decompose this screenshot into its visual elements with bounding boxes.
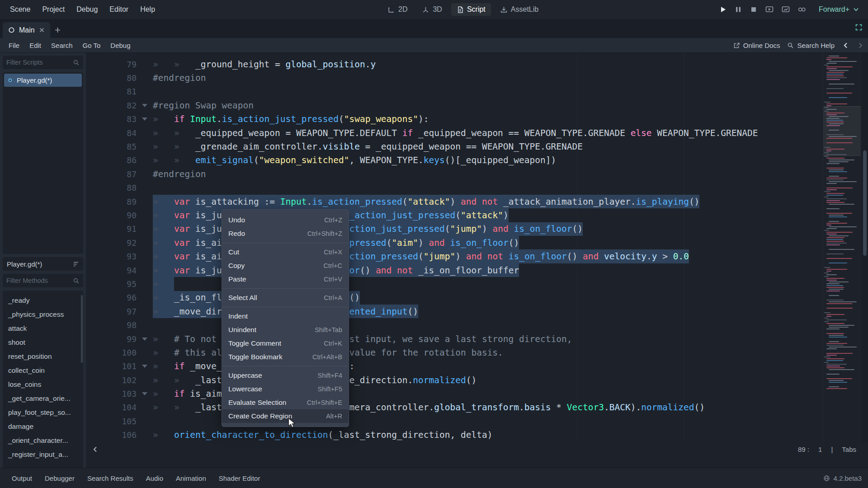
- indent-mode[interactable]: Tabs: [842, 446, 856, 453]
- fold-chevron-icon[interactable]: [142, 104, 147, 107]
- context-menu-item-indent[interactable]: Indent: [222, 310, 349, 323]
- code-line-text[interactable]: #endregion: [153, 167, 868, 181]
- context-menu-item-toggle-bookmark[interactable]: Toggle BookmarkCtrl+Alt+B: [222, 350, 349, 364]
- minimap[interactable]: [823, 53, 861, 442]
- scrollbar-thumb[interactable]: [863, 150, 867, 256]
- line-number[interactable]: 85: [86, 140, 137, 153]
- filter-scripts-field[interactable]: [3, 56, 83, 69]
- code-line-text[interactable]: » » _equipped_weapon = WEAPON_TYPE.DEFAU…: [153, 126, 868, 140]
- line-number[interactable]: 97: [86, 305, 137, 318]
- search-help-button[interactable]: Search Help: [787, 42, 835, 49]
- menubar-item-debug[interactable]: Debug: [71, 3, 103, 16]
- line-number[interactable]: 79: [86, 57, 137, 71]
- line-number[interactable]: 94: [86, 263, 137, 277]
- line-number[interactable]: 81: [86, 85, 137, 99]
- line-number[interactable]: 84: [86, 126, 137, 140]
- close-icon[interactable]: [39, 27, 45, 33]
- context-menu-item-toggle-comment[interactable]: Toggle CommentCtrl+K: [222, 337, 349, 350]
- code-line-text[interactable]: » » _grenade_aim_controller.visible = _e…: [153, 140, 868, 153]
- add-scene-tab-button[interactable]: [50, 22, 66, 38]
- script-menu-debug[interactable]: Debug: [105, 40, 135, 51]
- fold-chevron-icon[interactable]: [142, 365, 147, 368]
- methods-scrollbar[interactable]: [81, 295, 83, 363]
- context-menu-item-copy[interactable]: CopyCtrl+C: [222, 259, 349, 272]
- panel-button-output[interactable]: Output: [6, 472, 38, 485]
- fold-chevron-icon[interactable]: [142, 338, 147, 341]
- history-forward-icon[interactable]: [857, 41, 864, 50]
- context-menu-item-lowercase[interactable]: LowercaseShift+F5: [222, 382, 349, 396]
- filter-methods-input[interactable]: [6, 277, 73, 284]
- line-number[interactable]: 100: [86, 346, 137, 359]
- line-number[interactable]: 103: [86, 387, 137, 400]
- menubar-item-help[interactable]: Help: [135, 3, 160, 16]
- line-number[interactable]: 90: [86, 208, 137, 222]
- context-menu-item-uppercase[interactable]: UppercaseShift+F4: [222, 369, 349, 382]
- method-item-ready[interactable]: _ready: [3, 293, 83, 307]
- context-menu-item-select-all[interactable]: Select AllCtrl+A: [222, 291, 349, 305]
- collapse-sidebar-icon[interactable]: [92, 446, 98, 453]
- distraction-free-icon[interactable]: [855, 23, 863, 31]
- method-item-shoot[interactable]: shoot: [3, 335, 83, 349]
- method-item-get-camera-orie[interactable]: _get_camera_orie...: [3, 391, 83, 405]
- panel-button-debugger[interactable]: Debugger: [39, 472, 80, 485]
- method-item-register-input-a[interactable]: _register_input_a...: [3, 447, 83, 461]
- line-number[interactable]: 89: [86, 195, 137, 208]
- line-number[interactable]: 102: [86, 373, 137, 387]
- code-line-text[interactable]: » » _ground_height = global_position.y: [153, 57, 868, 71]
- scene-tab-main[interactable]: Main: [3, 22, 50, 38]
- code-line-text[interactable]: [153, 85, 868, 99]
- line-number[interactable]: 98: [86, 318, 137, 332]
- panel-button-animation[interactable]: Animation: [170, 472, 212, 485]
- context-menu-item-redo[interactable]: RedoCtrl+Shift+Z: [222, 227, 349, 240]
- line-number[interactable]: 83: [86, 113, 137, 126]
- line-number[interactable]: 80: [86, 71, 137, 84]
- line-number[interactable]: 99: [86, 332, 137, 346]
- panel-button-shader-editor[interactable]: Shader Editor: [213, 472, 266, 485]
- line-number[interactable]: 105: [86, 414, 137, 428]
- renderer-select[interactable]: Forward+: [816, 4, 862, 15]
- play-scene-icon[interactable]: [764, 4, 775, 15]
- filter-scripts-input[interactable]: [6, 59, 73, 66]
- line-number[interactable]: 91: [86, 222, 137, 236]
- line-number[interactable]: 87: [86, 167, 137, 181]
- pause-icon[interactable]: [733, 4, 744, 15]
- filter-methods-field[interactable]: [3, 274, 83, 287]
- panel-button-audio[interactable]: Audio: [141, 472, 169, 485]
- method-item-play-foot-step-so[interactable]: play_foot_step_so...: [3, 405, 83, 419]
- code-line-text[interactable]: [153, 181, 868, 195]
- history-back-icon[interactable]: [842, 41, 849, 50]
- method-item-lose-coins[interactable]: lose_coins: [3, 377, 83, 391]
- sort-methods-icon[interactable]: [73, 261, 79, 267]
- line-number[interactable]: 92: [86, 236, 137, 249]
- method-item-damage[interactable]: damage: [3, 419, 83, 433]
- workspace-2d[interactable]: 2D: [382, 3, 413, 16]
- context-menu-item-cut[interactable]: CutCtrl+X: [222, 245, 349, 259]
- script-item-player-gd[interactable]: Player.gd(*): [4, 74, 82, 87]
- context-menu-item-create-code-region[interactable]: Create Code RegionAlt+R: [222, 409, 349, 423]
- code-line-text[interactable]: #region Swap weapon: [153, 99, 868, 112]
- workspace-script[interactable]: Script: [451, 3, 491, 16]
- menubar-item-project[interactable]: Project: [37, 3, 70, 16]
- context-menu-item-paste[interactable]: PasteCtrl+V: [222, 272, 349, 286]
- line-number[interactable]: 88: [86, 181, 137, 195]
- line-number[interactable]: 86: [86, 154, 137, 167]
- members-overview-header[interactable]: Player.gd(*): [3, 257, 83, 271]
- line-number[interactable]: 106: [86, 428, 137, 442]
- menubar-item-editor[interactable]: Editor: [104, 3, 134, 16]
- code-line-text[interactable]: » var is_attacking := Input.is_action_pr…: [153, 195, 868, 208]
- online-docs-button[interactable]: Online Docs: [733, 42, 780, 49]
- workspace-assetlib[interactable]: AssetLib: [495, 3, 544, 16]
- line-number[interactable]: 95: [86, 277, 137, 291]
- play-custom-scene-icon[interactable]: [780, 4, 792, 15]
- context-menu-item-evaluate-selection[interactable]: Evaluate SelectionCtrl+Shift+E: [222, 396, 349, 409]
- method-item-reset-position[interactable]: reset_position: [3, 349, 83, 363]
- script-menu-search[interactable]: Search: [46, 40, 78, 51]
- code-line-text[interactable]: » orient_character_to_direction(_last_st…: [153, 428, 868, 442]
- script-menu-edit[interactable]: Edit: [24, 40, 46, 51]
- context-menu-item-unindent[interactable]: UnindentShift+Tab: [222, 323, 349, 337]
- vertical-scrollbar[interactable]: [862, 53, 868, 442]
- movie-maker-icon[interactable]: [796, 4, 808, 15]
- line-number[interactable]: 96: [86, 291, 137, 305]
- line-number[interactable]: 93: [86, 249, 137, 263]
- code-line-text[interactable]: » » emit_signal("weapon_switched", WEAPO…: [153, 154, 868, 167]
